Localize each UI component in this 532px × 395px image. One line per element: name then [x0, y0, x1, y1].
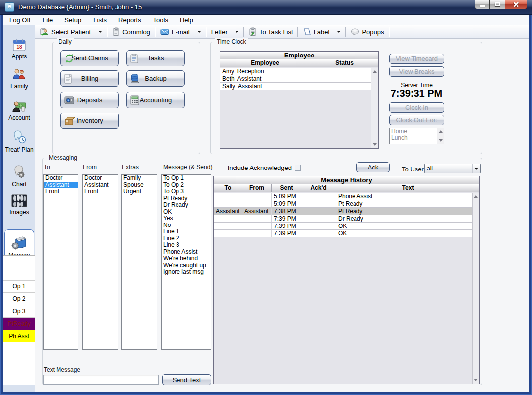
extras-option[interactable]: Urgent: [122, 188, 157, 195]
popups-button[interactable]: Popups: [347, 26, 387, 38]
text-column-header[interactable]: Text: [336, 184, 479, 192]
operatory-item[interactable]: PtReady: [3, 318, 35, 330]
from-column-header[interactable]: From: [242, 184, 272, 192]
employee-row[interactable]: Sally Assistant: [220, 83, 371, 90]
message-history-row[interactable]: 7:39 PMDr Ready: [214, 215, 472, 223]
message-history-row[interactable]: 5:09 PMPhone Assist: [214, 193, 472, 200]
message-option[interactable]: We're caught up: [162, 262, 211, 269]
sidebar-item-images[interactable]: Images: [3, 194, 35, 216]
message-option[interactable]: Line 2: [162, 235, 211, 242]
to-option[interactable]: Doctor: [44, 175, 78, 182]
message-history-row[interactable]: AssistantAssistant7:38 PMPt Ready: [214, 208, 472, 215]
message-option[interactable]: Line 1: [162, 228, 211, 235]
chevron-down-icon[interactable]: [98, 31, 102, 33]
employee-row[interactable]: Amy Reception: [220, 68, 371, 75]
operatory-item[interactable]: Ph Asst: [3, 330, 35, 342]
to-column-header[interactable]: To: [214, 184, 242, 192]
clock-out-for-button[interactable]: Clock Out For:: [389, 115, 444, 125]
status-column-header[interactable]: Status: [310, 59, 378, 67]
titlebar[interactable]: Demo Database {Admin} - Smith, John - 15: [0, 0, 532, 15]
text-message-input[interactable]: [43, 375, 159, 385]
select-patient-button[interactable]: Select Patient: [36, 26, 106, 38]
message-option[interactable]: Yes: [162, 215, 211, 222]
employee-row[interactable]: Beth Assistant: [220, 75, 371, 83]
clock-in-button[interactable]: Clock In: [389, 102, 444, 113]
mini-scrollbar[interactable]: [437, 128, 444, 144]
operatory-item[interactable]: Op 2: [3, 293, 35, 305]
employee-column-header[interactable]: Employee: [220, 59, 310, 67]
backup-button[interactable]: Backup: [126, 70, 185, 87]
message-option[interactable]: Pt Ready: [162, 195, 211, 202]
message-option[interactable]: To Op 3: [162, 188, 211, 195]
deposits-button[interactable]: Deposits: [60, 92, 119, 108]
menu-item[interactable]: Setup: [59, 15, 87, 25]
message-option[interactable]: To Op 2: [162, 182, 211, 189]
menu-item[interactable]: Log Off: [3, 15, 36, 25]
clock-out-option[interactable]: Lunch: [390, 135, 444, 141]
view-timecard-button[interactable]: View Timecard: [389, 54, 444, 64]
chevron-down-icon[interactable]: [235, 31, 239, 33]
extras-option[interactable]: Family: [122, 175, 157, 182]
to-listbox[interactable]: DoctorAssistantFront: [43, 174, 78, 350]
from-option[interactable]: Assistant: [83, 182, 118, 189]
close-button[interactable]: [505, 0, 527, 9]
chevron-down-icon[interactable]: [337, 31, 341, 33]
send-text-button[interactable]: Send Text: [162, 374, 211, 385]
to-user-combobox[interactable]: all: [424, 164, 481, 173]
message-option[interactable]: To Op 1: [162, 175, 211, 182]
scroll-down-icon[interactable]: [439, 139, 443, 142]
operatory-item[interactable]: Op 3: [3, 305, 35, 318]
accounting-button[interactable]: Accounting: [126, 92, 185, 108]
label-button[interactable]: Label: [299, 26, 345, 38]
to-option[interactable]: Front: [44, 188, 78, 195]
to-task-list-button[interactable]: To Task List: [245, 26, 296, 38]
menu-item[interactable]: Lists: [87, 15, 113, 25]
menu-item[interactable]: Reports: [113, 15, 147, 25]
inventory-button[interactable]: Inventory: [60, 113, 119, 129]
billing-button[interactable]: Billing: [60, 70, 119, 87]
view-breaks-button[interactable]: View Breaks: [389, 66, 444, 77]
minimize-button[interactable]: [475, 0, 490, 9]
scroll-down-icon[interactable]: [474, 379, 478, 381]
scroll-up-icon[interactable]: [474, 195, 478, 198]
message-option[interactable]: Ignore last msg: [162, 269, 211, 276]
commlog-button[interactable]: Commlog: [109, 26, 154, 38]
send-claims-button[interactable]: Send Claims: [60, 50, 119, 66]
menu-item[interactable]: Tools: [147, 15, 174, 25]
extras-option[interactable]: Spouse: [122, 182, 157, 189]
sidebar-item-treatplan[interactable]: Treat' Plan: [3, 129, 35, 153]
sidebar-item-account[interactable]: Account: [3, 100, 35, 121]
message-option[interactable]: Line 3: [162, 242, 211, 249]
scroll-down-icon[interactable]: [373, 143, 377, 146]
include-acknowledged-checkbox[interactable]: [295, 165, 301, 171]
scroll-up-icon[interactable]: [439, 130, 443, 133]
combo-dropdown-button[interactable]: [472, 164, 480, 173]
sidebar-item-family[interactable]: Family: [3, 68, 35, 90]
message-send-listbox[interactable]: To Op 1To Op 2To Op 3Pt ReadyDr ReadyOKY…: [161, 174, 211, 350]
operatory-item[interactable]: [3, 256, 35, 268]
message-option[interactable]: No: [162, 222, 211, 229]
extras-listbox[interactable]: FamilySpouseUrgent: [121, 174, 157, 350]
email-button[interactable]: E-mail: [157, 26, 205, 38]
tasks-button[interactable]: Tasks: [126, 50, 185, 66]
menu-item[interactable]: File: [36, 15, 59, 25]
operatory-item[interactable]: Op 1: [3, 281, 35, 293]
sent-column-header[interactable]: Sent: [272, 184, 301, 192]
clock-out-options-list[interactable]: HomeLunch: [389, 128, 444, 144]
message-history-row[interactable]: 7:39 PMOK: [214, 230, 472, 237]
letter-button[interactable]: Letter: [208, 26, 242, 38]
chevron-down-icon[interactable]: [197, 31, 201, 33]
sidebar-item-chart[interactable]: Chart: [3, 164, 35, 188]
message-option[interactable]: Phone Assist: [162, 249, 211, 256]
message-option[interactable]: OK: [162, 209, 211, 216]
sidebar-item-appts[interactable]: 18 Appts: [3, 38, 35, 60]
employee-scrollbar[interactable]: [371, 68, 378, 148]
message-history-row[interactable]: 5:09 PMPt Ready: [214, 200, 472, 208]
from-listbox[interactable]: DoctorAssistantFront: [82, 174, 118, 350]
menu-item[interactable]: Help: [174, 15, 199, 25]
message-option[interactable]: We're behind: [162, 255, 211, 262]
maximize-button[interactable]: [490, 0, 505, 9]
message-history-row[interactable]: 7:39 PMOK: [214, 223, 472, 230]
from-option[interactable]: Doctor: [83, 175, 118, 182]
operatory-item[interactable]: [3, 268, 35, 281]
